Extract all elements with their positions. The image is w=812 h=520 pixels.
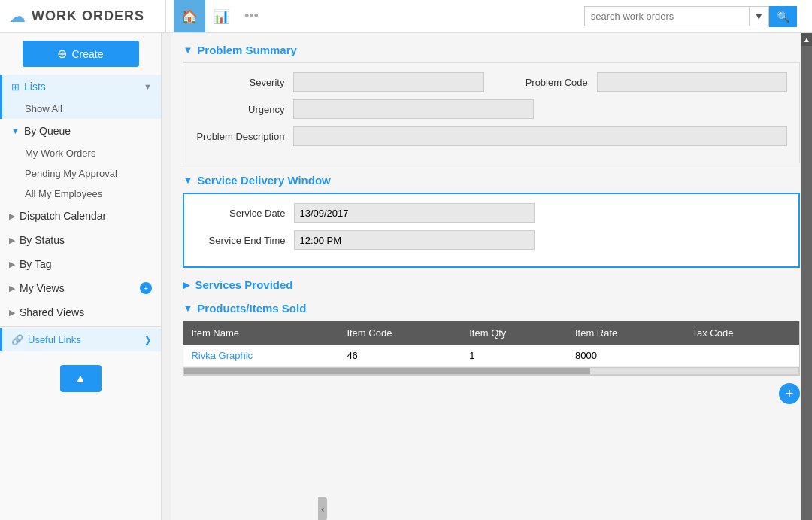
- lists-chevron-icon: ▼: [144, 82, 152, 91]
- sidebar-subitem-show-all[interactable]: Show All: [2, 99, 161, 119]
- scroll-up-button[interactable]: ▲: [801, 33, 812, 46]
- problem-description-input[interactable]: [293, 126, 787, 146]
- useful-links-chevron-right-icon: ❯: [144, 334, 152, 345]
- products-items-sold-title: Products/Items Sold: [197, 302, 306, 315]
- sidebar: ⊕ Create ⊞ Lists ▼ Show All ▼ By Queue M…: [0, 33, 162, 520]
- search-area: ▼ 🔍: [584, 6, 797, 27]
- create-button[interactable]: ⊕ Create: [23, 41, 139, 67]
- app-title: WORK ORDERS: [32, 8, 144, 24]
- urgency-input[interactable]: [293, 99, 534, 119]
- service-end-time-label: Service End Time: [196, 235, 294, 246]
- services-provided-header[interactable]: ▶ Services Provided: [183, 278, 800, 291]
- right-scrollbar[interactable]: ▲: [801, 33, 812, 520]
- create-button-label: Create: [71, 48, 103, 60]
- sidebar-subitem-my-work-orders[interactable]: My Work Orders: [2, 143, 161, 163]
- urgency-field-row: Urgency: [195, 99, 787, 119]
- problem-summary-panel: Severity Problem Code Urgency Problem De…: [183, 62, 800, 163]
- sidebar-toggle-button[interactable]: ‹: [318, 497, 327, 520]
- problem-summary-row1: Severity Problem Code: [195, 72, 787, 92]
- dispatch-calendar-label: Dispatch Calendar: [20, 210, 152, 222]
- lists-grid-icon: ⊞: [11, 81, 20, 93]
- severity-label: Severity: [195, 77, 293, 88]
- products-table-header-row: Item Name Item Code Item Qty Item Rate T…: [183, 321, 799, 345]
- by-queue-label: By Queue: [24, 125, 152, 137]
- search-input[interactable]: [584, 6, 750, 26]
- by-status-label: By Status: [20, 234, 152, 246]
- my-views-add-icon[interactable]: +: [140, 282, 152, 294]
- more-nav-icon[interactable]: •••: [237, 8, 266, 24]
- service-end-time-input[interactable]: [294, 230, 535, 250]
- services-provided-title: Services Provided: [195, 278, 292, 291]
- sidebar-subitem-all-my-employees[interactable]: All My Employees: [2, 184, 161, 204]
- service-delivery-header[interactable]: ▼ Service Delivery Window: [183, 174, 800, 187]
- item-rate-cell: 8000: [568, 345, 684, 367]
- header: ☁ WORK ORDERS 🏠 📊 ••• ▼ 🔍: [0, 0, 812, 33]
- sidebar-item-shared-views[interactable]: ▶ Shared Views: [0, 300, 161, 324]
- sidebar-item-by-queue[interactable]: ▼ By Queue: [2, 119, 161, 143]
- problem-code-field-group: Problem Code: [499, 72, 787, 92]
- shared-views-label: Shared Views: [20, 306, 152, 318]
- severity-input[interactable]: [293, 72, 483, 92]
- shared-views-expand-icon: ▶: [9, 308, 15, 318]
- sidebar-item-dispatch-calendar[interactable]: ▶ Dispatch Calendar: [0, 204, 161, 228]
- sidebar-subitem-pending-my-approval[interactable]: Pending My Approval: [2, 163, 161, 184]
- table-row: Rivka Graphic 46 1 8000: [183, 345, 799, 367]
- sidebar-item-lists[interactable]: ⊞ Lists ▼: [2, 75, 161, 99]
- sidebar-scroll-up-button[interactable]: ▲: [60, 365, 102, 392]
- main-content: ▼ Problem Summary Severity Problem Code …: [171, 33, 812, 520]
- lists-label: Lists: [24, 81, 144, 93]
- bar-chart-nav-icon[interactable]: 📊: [205, 8, 237, 25]
- table-scrollbar-thumb: [184, 368, 590, 374]
- my-views-expand-icon: ▶: [9, 284, 15, 293]
- service-delivery-panel: Service Date Service End Time: [183, 193, 800, 268]
- main-layout: ⊕ Create ⊞ Lists ▼ Show All ▼ By Queue M…: [0, 33, 812, 520]
- logo-icon: ☁: [9, 7, 26, 26]
- col-item-code: Item Code: [339, 321, 462, 345]
- search-submit-button[interactable]: 🔍: [769, 6, 797, 27]
- sidebar-item-useful-links[interactable]: 🔗 Useful Links ❯: [0, 328, 161, 351]
- problem-description-row: Problem Description: [195, 126, 787, 146]
- useful-links-icon: 🔗: [11, 334, 23, 345]
- search-dropdown-button[interactable]: ▼: [750, 6, 769, 26]
- home-nav-icon[interactable]: 🏠: [174, 0, 205, 32]
- products-table-container: Item Name Item Code Item Qty Item Rate T…: [183, 321, 800, 376]
- col-tax-code: Tax Code: [684, 321, 799, 345]
- item-code-cell: 46: [339, 345, 462, 367]
- service-date-label: Service Date: [196, 208, 294, 219]
- sidebar-section-lists: ⊞ Lists ▼ Show All: [0, 75, 161, 119]
- col-item-name: Item Name: [183, 321, 339, 345]
- sidebar-divider: [0, 326, 161, 327]
- service-delivery-toggle-icon: ▼: [183, 175, 192, 186]
- my-views-label: My Views: [20, 282, 140, 294]
- header-brand: ☁ WORK ORDERS: [0, 0, 165, 32]
- item-name-link[interactable]: Rivka Graphic: [191, 350, 253, 361]
- products-table: Item Name Item Code Item Qty Item Rate T…: [183, 321, 799, 367]
- problem-code-input[interactable]: [597, 72, 787, 92]
- problem-summary-header[interactable]: ▼ Problem Summary: [183, 44, 800, 56]
- problem-summary-toggle-icon: ▼: [183, 44, 192, 56]
- plus-icon: ⊕: [57, 47, 67, 61]
- sidebar-item-my-views[interactable]: ▶ My Views +: [0, 276, 161, 300]
- col-item-rate: Item Rate: [568, 321, 684, 345]
- service-date-input[interactable]: [294, 203, 535, 223]
- by-tag-expand-icon: ▶: [9, 260, 15, 269]
- services-provided-toggle-icon: ▶: [183, 279, 190, 290]
- sidebar-scroll-up-area: ▲: [0, 351, 161, 406]
- by-tag-label: By Tag: [20, 258, 152, 270]
- header-nav: 🏠 📊 ••• ▼ 🔍: [165, 0, 812, 32]
- problem-description-label: Problem Description: [195, 131, 293, 142]
- add-row-button[interactable]: +: [779, 383, 800, 404]
- sidebar-item-by-tag[interactable]: ▶ By Tag: [0, 252, 161, 276]
- useful-links-label: Useful Links: [28, 334, 81, 345]
- service-date-row: Service Date: [196, 203, 786, 223]
- products-items-sold-header[interactable]: ▼ Products/Items Sold: [183, 302, 800, 315]
- sidebar-item-by-status[interactable]: ▶ By Status: [0, 228, 161, 252]
- item-name-cell: Rivka Graphic: [183, 345, 339, 367]
- sidebar-section-by-queue: ▼ By Queue My Work Orders Pending My App…: [0, 119, 161, 204]
- table-horizontal-scrollbar[interactable]: [183, 367, 799, 375]
- by-status-expand-icon: ▶: [9, 236, 15, 245]
- item-qty-cell: 1: [462, 345, 568, 367]
- urgency-label: Urgency: [195, 104, 293, 115]
- col-item-qty: Item Qty: [462, 321, 568, 345]
- service-end-time-row: Service End Time: [196, 230, 786, 250]
